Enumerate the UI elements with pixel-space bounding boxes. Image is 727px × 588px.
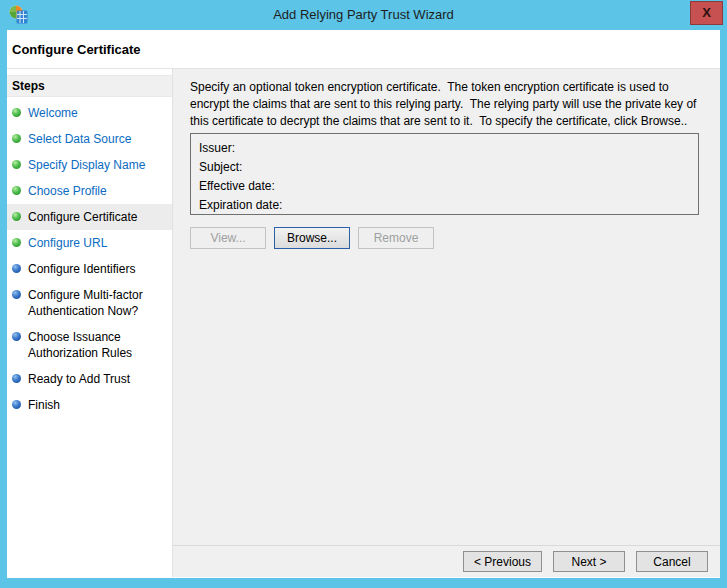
next-button[interactable]: Next > (553, 551, 625, 572)
browse-button[interactable]: Browse... (274, 227, 350, 249)
page-content: Specify an optional token encryption cer… (173, 69, 720, 577)
step-complete-icon (12, 238, 21, 247)
subject-label: Subject: (199, 160, 242, 174)
page-title: Configure Certificate (12, 42, 141, 57)
page-description: Specify an optional token encryption cer… (190, 79, 706, 130)
close-button[interactable]: X (690, 1, 723, 25)
step-complete-icon (12, 186, 21, 195)
sidebar-item-configure-mfa: Configure Multi-factor Authentication No… (7, 282, 172, 324)
previous-button[interactable]: < Previous (463, 551, 542, 572)
effective-date-label: Effective date: (199, 179, 275, 193)
sidebar-item-welcome[interactable]: Welcome (7, 100, 172, 126)
step-upcoming-icon (12, 264, 21, 273)
window-title: Add Relying Party Trust Wizard (0, 0, 727, 30)
steps-sidebar: Steps Welcome Select Data Source Specify… (7, 69, 173, 577)
step-upcoming-icon (12, 374, 21, 383)
view-button: View... (190, 227, 266, 249)
certificate-actions: View... Browse... Remove (190, 227, 434, 249)
cancel-button[interactable]: Cancel (636, 551, 708, 572)
step-upcoming-icon (12, 332, 21, 341)
step-complete-icon (12, 108, 21, 117)
sidebar-item-finish: Finish (7, 392, 172, 418)
remove-button: Remove (358, 227, 434, 249)
certificate-effective-date-row: Effective date: (199, 176, 690, 195)
certificate-subject-row: Subject: (199, 157, 690, 176)
step-complete-icon (12, 160, 21, 169)
sidebar-item-configure-identifiers: Configure Identifiers (7, 256, 172, 282)
sidebar-item-configure-url[interactable]: Configure URL (7, 230, 172, 256)
expiration-date-label: Expiration date: (199, 198, 282, 212)
certificate-info-box: Issuer: Subject: Effective date: Expirat… (190, 133, 699, 215)
sidebar-item-select-data-source[interactable]: Select Data Source (7, 126, 172, 152)
steps-list: Welcome Select Data Source Specify Displ… (7, 97, 172, 418)
steps-header: Steps (7, 75, 172, 97)
wizard-window: Add Relying Party Trust Wizard X Configu… (0, 0, 727, 588)
sidebar-item-choose-issuance-rules: Choose Issuance Authorization Rules (7, 324, 172, 366)
wizard-surface: Configure Certificate Steps Welcome Sele… (7, 30, 720, 578)
sidebar-item-configure-certificate: Configure Certificate (7, 204, 172, 230)
certificate-expiration-date-row: Expiration date: (199, 195, 690, 214)
wizard-footer: < Previous Next > Cancel (173, 545, 720, 577)
step-current-icon (12, 212, 21, 221)
step-upcoming-icon (12, 290, 21, 299)
issuer-label: Issuer: (199, 141, 235, 155)
certificate-issuer-row: Issuer: (199, 138, 690, 157)
title-bar: Add Relying Party Trust Wizard X (0, 0, 727, 30)
sidebar-item-specify-display-name[interactable]: Specify Display Name (7, 152, 172, 178)
sidebar-item-ready-to-add-trust: Ready to Add Trust (7, 366, 172, 392)
sidebar-item-choose-profile[interactable]: Choose Profile (7, 178, 172, 204)
step-upcoming-icon (12, 400, 21, 409)
page-header: Configure Certificate (7, 30, 720, 69)
step-complete-icon (12, 134, 21, 143)
